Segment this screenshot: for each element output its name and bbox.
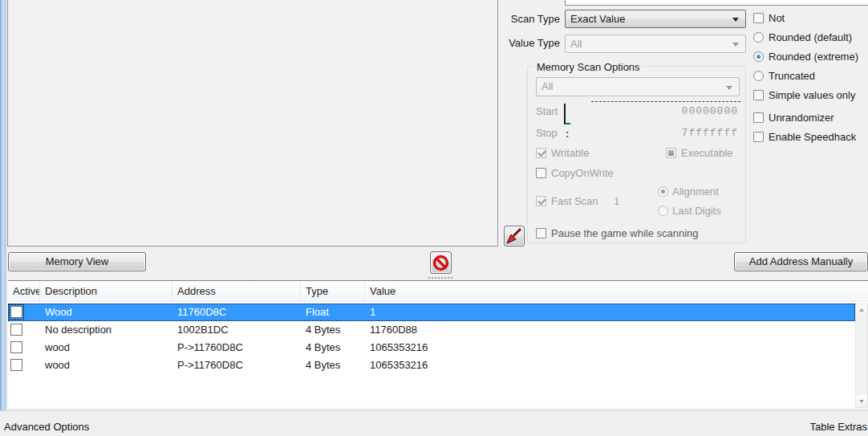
scan-type-label: Scan Type xyxy=(480,13,560,25)
memory-scan-options-title: Memory Scan Options xyxy=(533,61,643,73)
rounded-extreme-label: Rounded (extreme) xyxy=(769,51,858,63)
address-list: Active Description Address Type Value Wo… xyxy=(8,280,868,408)
row-description: wood xyxy=(40,339,172,357)
column-header-type[interactable]: Type xyxy=(301,281,365,301)
stop-label: Stop xyxy=(536,127,558,139)
unrandomizer-checkbox[interactable] xyxy=(753,112,764,123)
column-header-description[interactable]: Description xyxy=(40,281,172,301)
row-type: Float xyxy=(301,304,365,321)
stop-address-field: 7fffffff xyxy=(610,127,738,139)
table-extras-link[interactable]: Table Extras xyxy=(809,421,867,433)
render-artifact: : xyxy=(566,128,569,140)
not-checkbox[interactable] xyxy=(753,13,764,23)
row-address: P->11760D8C xyxy=(172,339,301,357)
row-description: Wood xyxy=(40,304,172,321)
start-label: Start xyxy=(536,105,558,117)
scan-region-selected: All xyxy=(541,80,553,92)
scroll-down-button[interactable] xyxy=(856,395,867,407)
enable-speedhack-label: Enable Speedhack xyxy=(769,131,856,143)
table-row[interactable]: Wood 11760D8C Float 1 xyxy=(8,304,855,321)
active-checkbox[interactable] xyxy=(10,341,22,353)
prohibition-icon xyxy=(432,254,450,272)
active-checkbox[interactable] xyxy=(10,359,22,371)
writable-label: Writable xyxy=(551,147,589,159)
last-digits-radio xyxy=(658,206,668,216)
chevron-down-icon xyxy=(726,86,732,90)
pause-game-checkbox[interactable] xyxy=(536,228,546,238)
enable-speedhack-checkbox[interactable] xyxy=(753,132,764,142)
triangle-down-icon xyxy=(859,400,864,403)
not-label: Not xyxy=(769,12,785,24)
row-value: 11760D88 xyxy=(365,321,855,339)
cancel-scan-button[interactable] xyxy=(430,251,452,274)
row-description: No description xyxy=(40,321,172,339)
rounded-default-label: Rounded (default) xyxy=(769,31,852,43)
chevron-down-icon xyxy=(732,43,739,47)
scan-value-input[interactable] xyxy=(565,0,868,6)
row-value: 1 xyxy=(365,304,855,321)
start-address-field: 00000000 xyxy=(610,105,738,117)
advanced-options-link[interactable]: Advanced Options xyxy=(4,421,89,433)
rounded-extreme-radio[interactable] xyxy=(753,51,764,62)
alignment-radio xyxy=(658,186,668,197)
row-type: 4 Bytes xyxy=(301,339,365,357)
value-type-selected: All xyxy=(570,38,582,50)
executable-checkbox xyxy=(666,148,676,158)
window-left-edge xyxy=(0,0,6,410)
resize-grip-dots xyxy=(428,276,452,279)
fast-scan-value: 1 xyxy=(614,195,619,207)
table-row[interactable]: No description 1002B1DC 4 Bytes 11760D88 xyxy=(8,321,855,339)
table-row[interactable]: wood P->11760D8C 4 Bytes 1065353216 xyxy=(8,357,855,374)
value-type-dropdown: All xyxy=(565,35,746,53)
row-value: 1065353216 xyxy=(365,339,855,357)
found-address-list[interactable] xyxy=(7,0,498,247)
render-artifact xyxy=(591,101,740,102)
unrandomizer-label: Unrandomizer xyxy=(769,112,834,124)
column-header-address[interactable]: Address xyxy=(172,281,301,301)
chevron-down-icon xyxy=(732,18,739,22)
copyonwrite-label: CopyOnWrite xyxy=(551,167,614,179)
status-bar: Advanced Options Table Extras xyxy=(0,410,868,436)
active-checkbox[interactable] xyxy=(10,306,22,318)
cheat-engine-window: Scan Type Exact Value Not Value Type All… xyxy=(0,0,868,436)
active-checkbox[interactable] xyxy=(10,324,22,336)
row-description: wood xyxy=(40,357,172,374)
row-address: 1002B1DC xyxy=(172,321,301,339)
column-header-active[interactable]: Active xyxy=(8,281,40,301)
row-address: P->11760D8C xyxy=(172,357,301,374)
simple-values-checkbox[interactable] xyxy=(753,90,764,100)
writable-checkbox xyxy=(536,148,546,158)
add-address-manually-button[interactable]: Add Address Manually xyxy=(734,252,868,271)
last-digits-label: Last Digits xyxy=(672,205,721,217)
render-artifact xyxy=(564,104,570,124)
truncated-radio[interactable] xyxy=(753,71,764,81)
triangle-up-icon xyxy=(859,308,864,312)
column-header-value[interactable]: Value xyxy=(365,281,868,301)
scan-type-dropdown[interactable]: Exact Value xyxy=(565,10,746,28)
scroll-up-button[interactable] xyxy=(856,304,867,316)
scan-type-selected: Exact Value xyxy=(570,13,625,25)
row-type: 4 Bytes xyxy=(301,321,365,339)
rounded-default-radio[interactable] xyxy=(753,32,764,43)
table-row[interactable]: wood P->11760D8C 4 Bytes 1065353216 xyxy=(8,339,855,357)
truncated-label: Truncated xyxy=(769,70,815,82)
fast-scan-label: Fast Scan xyxy=(551,195,598,207)
address-list-header: Active Description Address Type Value xyxy=(8,281,868,302)
vertical-scrollbar[interactable] xyxy=(855,304,868,408)
scan-region-dropdown: All xyxy=(536,77,740,96)
simple-values-label: Simple values only xyxy=(769,89,855,101)
pointer-arrow-button[interactable] xyxy=(504,226,525,247)
row-value: 1065353216 xyxy=(365,357,855,374)
fast-scan-checkbox xyxy=(536,196,546,206)
row-address: 11760D8C xyxy=(172,304,301,321)
pause-game-label: Pause the game while scanning xyxy=(551,227,699,239)
memory-view-button[interactable]: Memory View xyxy=(8,252,146,271)
address-list-rows: Wood 11760D8C Float 1 No description 100… xyxy=(8,304,855,374)
copyonwrite-checkbox[interactable] xyxy=(536,168,546,178)
red-arrow-icon xyxy=(505,226,524,246)
alignment-label: Alignment xyxy=(672,185,719,198)
row-type: 4 Bytes xyxy=(301,357,365,374)
executable-label: Executable xyxy=(681,147,732,159)
value-type-label: Value Type xyxy=(480,37,560,49)
